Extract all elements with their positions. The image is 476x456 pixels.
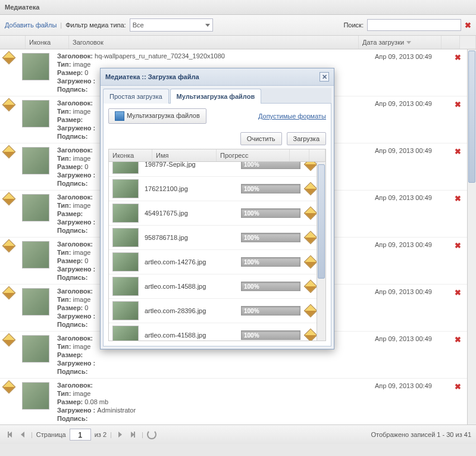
refresh-button[interactable] <box>147 430 156 439</box>
edit-icon[interactable] <box>2 333 16 347</box>
row-date: Апр 09, 2013 00:49 <box>372 332 455 378</box>
search-input[interactable] <box>367 19 461 31</box>
thumbnail[interactable] <box>22 147 49 174</box>
edit-icon[interactable] <box>304 304 318 318</box>
delete-icon[interactable]: ✖ <box>455 382 461 391</box>
upload-row[interactable]: artleo.com-14276.jpg100% <box>109 250 325 274</box>
upload-filename: 958786718.jpg <box>142 234 237 241</box>
delete-icon[interactable]: ✖ <box>455 194 461 203</box>
edit-icon[interactable] <box>304 162 318 171</box>
edit-icon[interactable] <box>2 239 16 253</box>
upload-row[interactable]: 958786718.jpg100% <box>109 226 325 250</box>
upload-filename: artleo.com-14276.jpg <box>142 258 237 266</box>
upload-thumbnail <box>112 228 139 247</box>
pager-status: Отображено записей 1 - 30 из 41 <box>371 431 471 438</box>
thumbnail[interactable] <box>22 382 49 410</box>
delete-icon[interactable]: ✖ <box>455 100 461 109</box>
upload-grid-body: 198797-Sepik.jpg100%176212100.jpg100%454… <box>108 162 326 341</box>
upload-col-name: Имя <box>152 149 217 161</box>
page-prev-button[interactable] <box>18 430 27 439</box>
row-date: Апр 09, 2013 00:49 <box>372 238 455 284</box>
delete-icon[interactable]: ✖ <box>455 147 461 156</box>
delete-icon[interactable]: ✖ <box>455 241 461 250</box>
row-date: Апр 09, 2013 00:49 <box>372 49 455 96</box>
upload-filename: artleo.com-41588.jpg <box>142 332 237 339</box>
upload-filename: artleo.com-28396.jpg <box>142 307 237 314</box>
delete-icon[interactable]: ✖ <box>455 288 461 297</box>
progress-bar: 100% <box>241 282 300 291</box>
upload-thumbnail <box>112 252 139 271</box>
progress-bar: 100% <box>241 208 300 218</box>
multiupload-button[interactable]: Мультизагрузка файлов <box>108 108 206 124</box>
col-title[interactable]: Заголовок <box>69 36 359 49</box>
upload-row[interactable]: artleo.com-28396.jpg100% <box>109 299 325 323</box>
upload-row[interactable]: 176212100.jpg100% <box>109 177 325 201</box>
toolbar: Добавить файлы | Фильтр медиа типа: Все … <box>0 15 476 36</box>
col-date[interactable]: Дата загрузки <box>359 36 441 49</box>
page-first-button[interactable] <box>5 430 14 439</box>
edit-icon[interactable] <box>304 329 318 341</box>
edit-icon[interactable] <box>2 286 16 300</box>
delete-icon[interactable]: ✖ <box>455 53 461 62</box>
progress-bar: 100% <box>241 233 300 242</box>
edit-icon[interactable] <box>304 207 318 220</box>
allowed-formats-link[interactable]: Допустимые форматы <box>258 113 326 120</box>
page-last-button[interactable] <box>129 430 138 439</box>
thumbnail[interactable] <box>22 335 49 363</box>
upload-thumbnail <box>112 326 139 341</box>
close-icon[interactable]: ✕ <box>320 72 329 82</box>
thumbnail[interactable] <box>22 194 49 221</box>
upload-grid-header: Иконка Имя Прогресс <box>108 149 326 162</box>
clear-search-icon[interactable]: ✖ <box>465 21 471 30</box>
grid-header: Иконка Заголовок Дата загрузки <box>0 36 476 49</box>
page-next-button[interactable] <box>115 430 125 439</box>
edit-icon[interactable] <box>304 182 318 196</box>
edit-icon[interactable] <box>2 98 16 112</box>
refresh-icon <box>147 430 156 439</box>
page-input[interactable] <box>70 429 91 441</box>
page-of: из 2 <box>95 431 107 438</box>
row-date: Апр 09, 2013 00:49 <box>372 379 455 424</box>
col-icon[interactable]: Иконка <box>26 36 69 49</box>
thumbnail[interactable] <box>22 288 49 316</box>
edit-icon[interactable] <box>304 255 318 269</box>
progress-bar: 100% <box>241 184 300 193</box>
clear-button[interactable]: Очистить <box>240 132 282 145</box>
filter-value: Все <box>133 21 144 29</box>
scroll-thumb[interactable] <box>468 51 475 183</box>
progress-bar: 100% <box>241 257 300 267</box>
add-files-button[interactable]: Добавить файлы <box>5 21 57 29</box>
edit-icon[interactable] <box>2 51 16 65</box>
upload-row[interactable]: 198797-Sepik.jpg100% <box>109 162 325 177</box>
thumbnail[interactable] <box>22 241 49 268</box>
scrollbar[interactable] <box>467 49 476 424</box>
dialog-header[interactable]: Медиатека :: Загрузка файла ✕ <box>101 68 334 86</box>
tab-multi-upload[interactable]: Мультизагрузка файлов <box>170 89 262 104</box>
edit-icon[interactable] <box>304 280 318 293</box>
edit-icon[interactable] <box>304 231 318 245</box>
upload-col-icon: Иконка <box>109 149 152 161</box>
upload-thumbnail <box>112 162 139 174</box>
upload-row[interactable]: artleo.com-41588.jpg100% <box>109 323 325 341</box>
upload-filename: artleo.com-14588.jpg <box>142 283 237 290</box>
upload-row[interactable]: artleo.com-14588.jpg100% <box>109 274 325 299</box>
pager: | Страница из 2 | | Отображено записей 1… <box>0 424 476 444</box>
edit-icon[interactable] <box>2 380 16 394</box>
delete-icon[interactable]: ✖ <box>455 335 461 344</box>
row-date: Апр 09, 2013 00:49 <box>372 96 455 143</box>
page-label: Страница <box>36 431 66 438</box>
row-date: Апр 09, 2013 00:49 <box>372 143 455 190</box>
progress-bar: 100% <box>241 306 300 316</box>
filter-select[interactable]: Все <box>130 18 213 32</box>
tab-simple-upload[interactable]: Простая загрузка <box>103 89 169 104</box>
panel-title: Медиатека <box>0 0 476 15</box>
edit-icon[interactable] <box>2 192 16 206</box>
upload-scroll-thumb[interactable] <box>318 164 325 279</box>
table-row[interactable]: Заголовок: Тип: imageРазмер: 0.08 mbЗагр… <box>0 379 476 424</box>
upload-row[interactable]: 454917675.jpg100% <box>109 201 325 226</box>
thumbnail[interactable] <box>22 100 49 127</box>
edit-icon[interactable] <box>2 145 16 159</box>
upload-scrollbar[interactable] <box>317 162 325 341</box>
thumbnail[interactable] <box>22 53 49 80</box>
upload-button[interactable]: Загрузка <box>287 132 326 145</box>
